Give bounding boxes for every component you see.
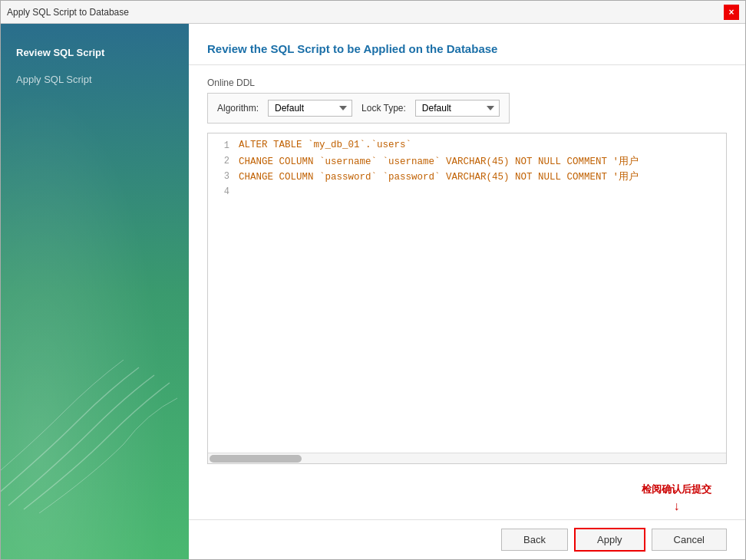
line-num-2: 2 (208, 155, 239, 166)
line-num-1: 1 (208, 140, 239, 151)
main-panel: Review the SQL Script to be Applied on t… (189, 24, 745, 559)
line-code-2: CHANGE COLUMN `username` `username` VARC… (239, 155, 639, 168)
tooltip-text: 检阅确认后提交 (642, 483, 711, 496)
sql-content[interactable]: 1 ALTER TABLE `my_db_01`.`users` 2 CHANG… (208, 133, 726, 453)
sql-lines: 1 ALTER TABLE `my_db_01`.`users` 2 CHANG… (208, 133, 726, 207)
lock-type-label: Lock Type: (361, 103, 406, 114)
title-bar: Apply SQL Script to Database × (1, 1, 745, 24)
sidebar-item-label-review: Review SQL Script (16, 47, 104, 58)
sidebar-item-review-sql-script[interactable]: Review SQL Script (1, 39, 189, 66)
sql-editor: 1 ALTER TABLE `my_db_01`.`users` 2 CHANG… (207, 133, 727, 464)
algorithm-label: Algorithm: (217, 103, 259, 114)
line-code-3: CHANGE COLUMN `password` `password` VARC… (239, 170, 639, 183)
sql-line-4: 4 (208, 186, 726, 201)
sql-line-1: 1 ALTER TABLE `my_db_01`.`users` (208, 140, 726, 155)
line-num-3: 3 (208, 170, 239, 182)
lock-type-select[interactable]: Default NONE SHARED EXCLUSIVE (415, 100, 500, 117)
window-title: Apply SQL Script to Database (7, 7, 129, 18)
sidebar-item-label-apply: Apply SQL Script (16, 74, 92, 85)
tooltip-arrow: ↓ (674, 499, 680, 513)
main-title: Review the SQL Script to be Applied on t… (207, 42, 727, 55)
main-window: Apply SQL Script to Database × Review SQ… (0, 0, 746, 560)
tooltip-box: 检阅确认后提交 ↓ (642, 483, 711, 513)
algorithm-select[interactable]: Default INPLACE COPY (268, 100, 352, 117)
online-ddl-section: Online DDL Algorithm: Default INPLACE CO… (207, 77, 727, 124)
footer-buttons: Back Apply Cancel (189, 519, 745, 559)
sql-horizontal-scrollbar[interactable] (208, 453, 726, 463)
tooltip-area: 检阅确认后提交 ↓ (189, 476, 745, 519)
cancel-button[interactable]: Cancel (652, 529, 727, 551)
sidebar: Review SQL Script Apply SQL Script (1, 24, 189, 559)
apply-button[interactable]: Apply (574, 528, 645, 552)
back-button[interactable]: Back (501, 529, 568, 551)
sql-line-2: 2 CHANGE COLUMN `username` `username` VA… (208, 155, 726, 170)
content-area: Review SQL Script Apply SQL Script Rev (1, 24, 745, 559)
sql-line-3: 3 CHANGE COLUMN `password` `password` VA… (208, 170, 726, 186)
online-ddl-label: Online DDL (207, 77, 727, 88)
scroll-thumb-horizontal[interactable] (210, 455, 302, 463)
main-header: Review the SQL Script to be Applied on t… (189, 24, 745, 65)
line-code-1: ALTER TABLE `my_db_01`.`users` (239, 140, 411, 150)
close-button[interactable]: × (724, 5, 739, 20)
sidebar-item-apply-sql-script[interactable]: Apply SQL Script (1, 66, 189, 93)
main-body: Online DDL Algorithm: Default INPLACE CO… (189, 65, 745, 476)
line-num-4: 4 (208, 186, 239, 197)
sidebar-decoration (1, 360, 177, 513)
ddl-controls: Algorithm: Default INPLACE COPY Lock Typ… (207, 93, 510, 124)
